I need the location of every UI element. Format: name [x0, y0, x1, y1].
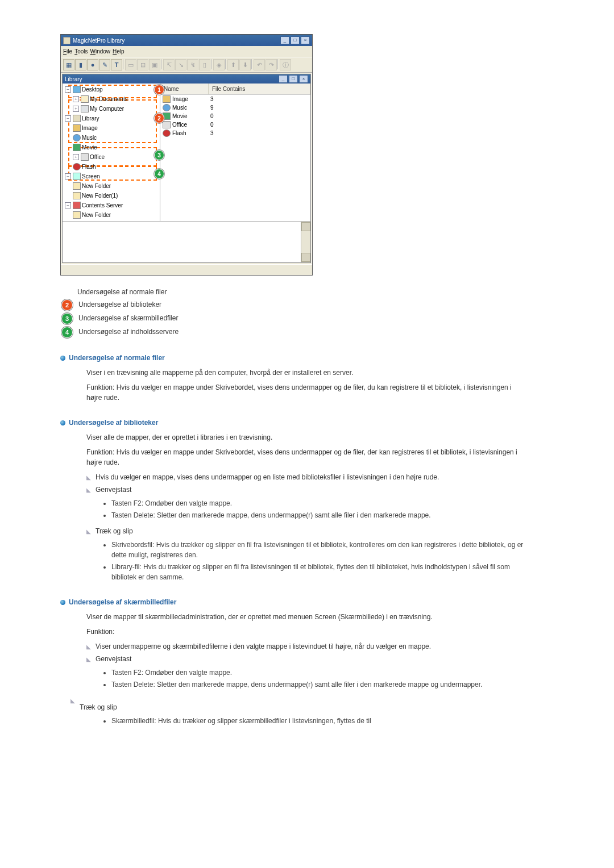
- tree-library[interactable]: −Library: [65, 114, 159, 123]
- legend-label: Undersøgelse af indholdsservere: [78, 327, 179, 337]
- cell-name: Music: [172, 103, 187, 112]
- tool-text[interactable]: T: [111, 59, 122, 70]
- tool-undo[interactable]: ↶: [254, 59, 265, 70]
- tree-label: Image: [82, 124, 98, 132]
- sub-text: Genvejstast: [96, 654, 526, 664]
- menubar: File Tools Window Help: [61, 46, 312, 57]
- tool-8[interactable]: ▣: [149, 59, 160, 70]
- collapse-icon[interactable]: −: [65, 202, 71, 208]
- inner-minimize-button[interactable]: _: [279, 75, 288, 83]
- section-heading-2: Undersøgelse af biblioteker: [60, 418, 526, 428]
- tree-mycomputer[interactable]: +My Computer: [73, 104, 159, 114]
- tree-contents-server[interactable]: −Contents Server: [65, 201, 159, 210]
- tree-screen[interactable]: −Screen: [65, 172, 159, 181]
- tree-image[interactable]: Image: [73, 123, 159, 133]
- tool-7[interactable]: ⊟: [137, 59, 148, 70]
- tree-newfolder1[interactable]: New Folder(1): [73, 191, 159, 201]
- tree-mydocuments[interactable]: +My Documents: [73, 94, 159, 104]
- tool-11[interactable]: ↯: [187, 59, 198, 70]
- tool-9[interactable]: ↸: [163, 59, 175, 70]
- tree-flash[interactable]: Flash: [73, 162, 159, 172]
- sub-item: ◣Viser undermapperne og skærmbilledfiler…: [86, 641, 526, 652]
- col-filecontains[interactable]: File Contains: [209, 84, 310, 94]
- scrollbar[interactable]: [301, 222, 310, 262]
- scroll-up-button[interactable]: [301, 222, 310, 231]
- section-body-1: Viser i en trævisning alle mapperne på d…: [86, 368, 526, 403]
- inner-maximize-button[interactable]: □: [289, 75, 298, 83]
- legend: Undersøgelse af normale filer 2 Undersøg…: [61, 287, 209, 338]
- collapse-icon[interactable]: −: [65, 86, 71, 93]
- tool-10[interactable]: ↘: [175, 59, 186, 70]
- screen-icon: [73, 173, 81, 180]
- tool-12[interactable]: ▯: [199, 59, 210, 70]
- tool-1[interactable]: ▦: [63, 59, 74, 70]
- toolbar-separator: [225, 59, 227, 69]
- tree-label: Office: [90, 153, 105, 161]
- cell-count: 3: [210, 95, 310, 103]
- close-button[interactable]: ×: [301, 36, 310, 44]
- arrow-icon: ◣: [86, 642, 91, 652]
- tool-14[interactable]: ⬆: [227, 59, 239, 70]
- tool-15[interactable]: ⬇: [239, 59, 251, 70]
- legend-item-1: Undersøgelse af normale filer: [77, 287, 174, 297]
- collapse-icon[interactable]: −: [65, 115, 71, 122]
- tool-2[interactable]: ▮: [75, 59, 86, 70]
- tool-info[interactable]: ⓘ: [280, 59, 291, 70]
- collapse-icon[interactable]: −: [65, 173, 71, 180]
- list-row[interactable]: Music9: [160, 103, 310, 112]
- expand-icon[interactable]: +: [73, 96, 79, 102]
- cell-count: 0: [210, 112, 310, 120]
- tool-3[interactable]: ●: [87, 59, 98, 70]
- legend-item-2: 2 Undersøgelse af biblioteker: [61, 299, 209, 311]
- minimize-button[interactable]: _: [280, 36, 289, 44]
- sub-item: ◣Træk og slip: [86, 526, 526, 536]
- app-icon: [63, 37, 70, 44]
- list-row[interactable]: Office0: [160, 120, 310, 129]
- tree-newfolder-cs[interactable]: New Folder: [73, 210, 159, 220]
- bullet-icon: [60, 356, 65, 361]
- flash-icon: [163, 130, 171, 137]
- folder-icon: [73, 192, 81, 199]
- menu-file[interactable]: File: [63, 47, 72, 56]
- list-row[interactable]: Image3: [160, 95, 310, 103]
- tool-13[interactable]: ◈: [213, 59, 225, 70]
- tool-4[interactable]: ✎: [99, 59, 110, 70]
- bottom-pane: [63, 221, 310, 262]
- col-name[interactable]: Name: [160, 84, 209, 94]
- tree-movie[interactable]: Movie: [73, 143, 159, 152]
- sub-text: Træk og slip: [96, 526, 526, 536]
- bullet-item: Library-fil: Hvis du trækker og slipper …: [111, 562, 526, 582]
- menu-help[interactable]: Help: [113, 47, 125, 56]
- tool-6[interactable]: ▭: [125, 59, 136, 70]
- inner-close-button[interactable]: ×: [299, 75, 308, 83]
- tool-redo[interactable]: ↷: [265, 59, 277, 70]
- tree-office[interactable]: +Office: [73, 152, 159, 162]
- library-icon: [73, 115, 81, 122]
- list-row[interactable]: Flash3: [160, 129, 310, 137]
- app-window: MagicNetPro Library _ □ × File Tools Win…: [60, 34, 313, 276]
- tree-desktop[interactable]: −Desktop: [65, 85, 159, 94]
- tree-music[interactable]: Music: [73, 133, 159, 143]
- inner-titlebar: Library _ □ ×: [63, 74, 310, 84]
- flash-icon: [73, 163, 81, 170]
- tree-label: Flash: [82, 162, 96, 171]
- sub-text: Træk og slip: [80, 695, 526, 712]
- bullet-item: Skrivebordsfil: Hvis du trækker og slipp…: [111, 540, 526, 560]
- bullet-item: Skærmbilledfil: Hvis du trækker og slipp…: [111, 716, 526, 726]
- paragraph: Funktion: Hvis du vælger en mappe under …: [86, 447, 526, 468]
- scroll-down-button[interactable]: [301, 253, 310, 262]
- menu-tools[interactable]: Tools: [74, 47, 88, 56]
- cell-name: Movie: [172, 112, 188, 120]
- toolbar-separator: [251, 59, 253, 69]
- menu-window[interactable]: Window: [90, 47, 110, 56]
- maximize-button[interactable]: □: [291, 36, 300, 44]
- tree-newfolder[interactable]: New Folder: [73, 181, 159, 191]
- section-body-2: Viser alle de mapper, der er oprettet i …: [86, 432, 526, 582]
- office-icon: [163, 121, 171, 128]
- expand-icon[interactable]: +: [73, 106, 79, 112]
- music-icon: [73, 134, 81, 141]
- list-row[interactable]: Movie0: [160, 112, 310, 120]
- tree-label: Desktop: [82, 85, 103, 94]
- expand-icon[interactable]: +: [73, 154, 79, 160]
- folder-icon: [81, 95, 89, 103]
